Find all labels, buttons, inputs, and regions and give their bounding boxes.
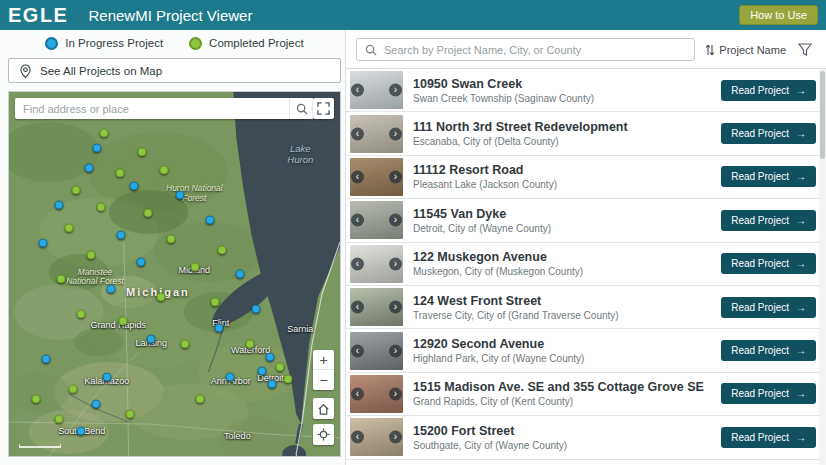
completed-project-marker[interactable]: [156, 292, 165, 301]
in-progress-project-marker[interactable]: [38, 238, 47, 247]
in-progress-project-marker[interactable]: [146, 335, 155, 344]
thumbnail-prev-icon[interactable]: ‹: [351, 387, 364, 400]
read-project-button[interactable]: Read Project→: [721, 427, 816, 448]
filter-button[interactable]: [796, 43, 814, 56]
map[interactable]: Lake HuronHuron National ForestManistee …: [8, 91, 341, 457]
completed-project-marker[interactable]: [211, 298, 220, 307]
project-thumbnail: ‹ ›: [350, 375, 403, 413]
see-all-projects-button[interactable]: See All Projects on Map: [8, 58, 341, 83]
project-thumbnail: ‹ ›: [350, 71, 403, 109]
thumbnail-next-icon[interactable]: ›: [389, 387, 402, 400]
completed-project-marker[interactable]: [166, 235, 175, 244]
read-project-button[interactable]: Read Project→: [721, 166, 816, 187]
in-progress-project-marker[interactable]: [91, 400, 100, 409]
project-location: Southgate, City of (Wayne County): [413, 440, 567, 451]
how-to-use-button[interactable]: How to Use: [739, 5, 818, 25]
project-card: ‹ › 12920 Second Avenue Highland Park, C…: [346, 329, 826, 372]
thumbnail-next-icon[interactable]: ›: [389, 84, 402, 97]
in-progress-project-marker[interactable]: [252, 305, 261, 314]
fullscreen-expand-button[interactable]: [313, 98, 334, 119]
read-project-button[interactable]: Read Project→: [721, 340, 816, 361]
in-progress-project-marker[interactable]: [84, 163, 93, 172]
map-search-button[interactable]: [289, 98, 313, 119]
read-project-button[interactable]: Read Project→: [721, 383, 816, 404]
completed-project-marker[interactable]: [159, 165, 168, 174]
read-project-button[interactable]: Read Project→: [721, 80, 816, 101]
thumbnail-prev-icon[interactable]: ‹: [351, 127, 364, 140]
thumbnail-prev-icon[interactable]: ‹: [351, 431, 364, 444]
scrollbar-thumb[interactable]: [820, 71, 825, 159]
read-project-button[interactable]: Read Project→: [721, 297, 816, 318]
read-project-button[interactable]: Read Project→: [721, 123, 816, 144]
completed-project-marker[interactable]: [115, 168, 124, 177]
thumbnail-prev-icon[interactable]: ‹: [351, 214, 364, 227]
completed-project-marker[interactable]: [76, 310, 85, 319]
zoom-out-button[interactable]: −: [313, 370, 334, 390]
in-progress-project-marker[interactable]: [92, 143, 101, 152]
in-progress-project-marker[interactable]: [226, 373, 235, 382]
completed-project-marker[interactable]: [86, 250, 95, 259]
find-address-input[interactable]: [15, 103, 289, 115]
completed-project-marker[interactable]: [143, 208, 152, 217]
completed-project-marker[interactable]: [196, 395, 205, 404]
completed-project-marker[interactable]: [137, 147, 146, 156]
arrow-right-icon: →: [796, 432, 806, 443]
thumbnail-next-icon[interactable]: ›: [389, 127, 402, 140]
completed-project-marker[interactable]: [56, 275, 65, 284]
completed-project-marker[interactable]: [246, 340, 255, 349]
thumbnail-next-icon[interactable]: ›: [389, 344, 402, 357]
completed-project-marker[interactable]: [126, 410, 135, 419]
arrow-right-icon: →: [796, 302, 806, 313]
thumbnail-prev-icon[interactable]: ‹: [351, 344, 364, 357]
in-progress-project-marker[interactable]: [236, 270, 245, 279]
arrow-right-icon: →: [796, 171, 806, 182]
home-extent-button[interactable]: [313, 398, 334, 419]
locate-button[interactable]: [313, 424, 334, 445]
thumbnail-next-icon[interactable]: ›: [389, 214, 402, 227]
thumbnail-next-icon[interactable]: ›: [389, 170, 402, 183]
completed-project-marker[interactable]: [284, 375, 293, 384]
in-progress-project-marker[interactable]: [206, 215, 215, 224]
completed-project-marker[interactable]: [31, 395, 40, 404]
completed-project-marker[interactable]: [64, 223, 73, 232]
in-progress-project-marker[interactable]: [258, 367, 267, 376]
project-title: 11545 Van Dyke: [413, 207, 551, 221]
thumbnail-prev-icon[interactable]: ‹: [351, 257, 364, 270]
completed-project-marker[interactable]: [181, 340, 190, 349]
sort-button[interactable]: Project Name: [705, 44, 786, 56]
in-progress-project-marker[interactable]: [268, 380, 277, 389]
completed-project-marker[interactable]: [218, 245, 227, 254]
in-progress-project-marker[interactable]: [129, 181, 138, 190]
read-project-button[interactable]: Read Project→: [721, 253, 816, 274]
in-progress-project-marker[interactable]: [106, 285, 115, 294]
in-progress-project-marker[interactable]: [41, 355, 50, 364]
zoom-control: + −: [313, 350, 334, 390]
completed-project-marker[interactable]: [96, 202, 105, 211]
completed-project-marker[interactable]: [276, 363, 285, 372]
in-progress-project-marker[interactable]: [116, 230, 125, 239]
zoom-in-button[interactable]: +: [313, 350, 334, 370]
thumbnail-next-icon[interactable]: ›: [389, 257, 402, 270]
completed-project-marker[interactable]: [118, 317, 127, 326]
in-progress-project-marker[interactable]: [176, 190, 185, 199]
project-search-input[interactable]: [384, 44, 686, 56]
in-progress-project-marker[interactable]: [54, 200, 63, 209]
completed-project-marker[interactable]: [99, 128, 108, 137]
thumbnail-prev-icon[interactable]: ‹: [351, 301, 364, 314]
list-scrollbar: [819, 69, 826, 465]
thumbnail-prev-icon[interactable]: ‹: [351, 170, 364, 183]
completed-project-marker[interactable]: [191, 263, 200, 272]
read-project-button[interactable]: Read Project→: [721, 210, 816, 231]
in-progress-project-marker[interactable]: [136, 257, 145, 266]
in-progress-project-marker[interactable]: [102, 373, 111, 382]
in-progress-project-marker[interactable]: [266, 353, 275, 362]
in-progress-project-marker[interactable]: [214, 323, 223, 332]
thumbnail-next-icon[interactable]: ›: [389, 431, 402, 444]
thumbnail-next-icon[interactable]: ›: [389, 301, 402, 314]
completed-project-marker[interactable]: [68, 385, 77, 394]
completed-project-marker[interactable]: [54, 415, 63, 424]
in-progress-project-marker[interactable]: [76, 427, 85, 436]
completed-project-marker[interactable]: [71, 185, 80, 194]
thumbnail-prev-icon[interactable]: ‹: [351, 84, 364, 97]
arrow-right-icon: →: [796, 85, 806, 96]
